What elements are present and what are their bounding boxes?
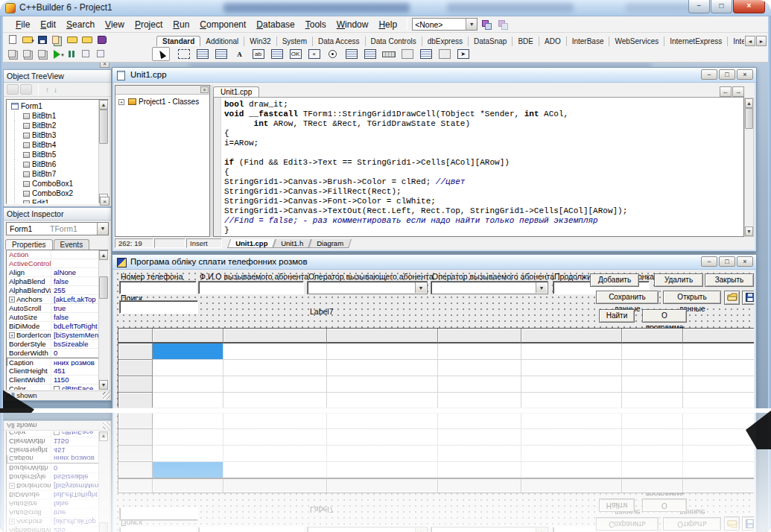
property-row-activecontrol[interactable]: ActiveControl [7, 259, 108, 268]
grid-cell[interactable] [438, 393, 521, 408]
grid-cell[interactable] [521, 393, 622, 408]
scroll-up-icon[interactable]: ▲ [99, 100, 108, 110]
grid-cell[interactable] [223, 360, 327, 376]
grid-cell[interactable] [223, 376, 327, 393]
grid-header-cell[interactable] [438, 329, 521, 343]
run-icon[interactable]: ▼ [51, 48, 65, 60]
combobox-icon[interactable] [361, 47, 379, 61]
tree-item-bitbtn5[interactable]: BitBtn5 [7, 150, 108, 159]
property-row-color[interactable]: ColorclBtnFace [7, 384, 108, 390]
property-row-action[interactable]: Action [7, 250, 108, 259]
menu-item-view[interactable]: View [100, 18, 130, 31]
button-о-программе[interactable]: О программе [642, 309, 687, 323]
grid-cell[interactable] [153, 376, 223, 393]
tree-item-edit1[interactable]: Edit1 [7, 198, 108, 204]
radiobutton-icon[interactable] [323, 47, 342, 61]
menu-item-run[interactable]: Run [168, 18, 194, 31]
scroll-up-icon[interactable]: ▲ [99, 250, 108, 260]
palette-tab-datasnap[interactable]: DataSnap [469, 37, 513, 46]
open-project-icon[interactable] [66, 34, 80, 45]
palette-tab-interbase[interactable]: InterBase [567, 37, 610, 46]
grid-cell[interactable] [622, 360, 683, 376]
open-data-icon-button[interactable] [724, 291, 740, 305]
button-открыть-данные[interactable]: Открыть данные [663, 291, 721, 304]
minimize-button[interactable]: − [701, 256, 717, 267]
grid-header-cell[interactable] [622, 329, 683, 343]
grid-cell[interactable] [521, 376, 622, 393]
tree-item-combobox1[interactable]: ComboBox1 [7, 179, 108, 189]
view-form-icon[interactable] [21, 48, 35, 60]
tree-item-bitbtn1[interactable]: BitBtn1 [7, 111, 108, 121]
desktop-speed-combo[interactable]: <None> ▼ [412, 18, 477, 31]
chevron-down-icon[interactable]: ▼ [97, 223, 108, 235]
palette-tab-internetexpress[interactable]: InternetExpress [664, 37, 728, 46]
grid-cell[interactable] [683, 360, 754, 376]
palette-tab-data-access[interactable]: Data Access [313, 37, 366, 46]
trace-into-icon[interactable] [80, 48, 95, 60]
close-button[interactable]: × [737, 69, 753, 80]
palette-tab-additional[interactable]: Additional [200, 37, 244, 46]
button-сохранить-данные[interactable]: Сохранить данные [596, 291, 659, 304]
button-удалить[interactable]: Удалить [654, 273, 703, 287]
memo-icon[interactable] [267, 47, 286, 61]
grid-cell[interactable] [683, 393, 754, 408]
bottom-tab-unit1-cpp[interactable]: Unit1.cpp [227, 239, 276, 248]
tree-item-bitbtn3[interactable]: BitBtn3 [7, 130, 108, 140]
button-закрыть[interactable]: Закрыть [705, 273, 754, 287]
grid-header-cell[interactable] [153, 329, 223, 343]
view-unit-icon[interactable] [51, 34, 65, 45]
toggle-form-unit-icon[interactable] [36, 48, 50, 60]
step-over-icon[interactable] [95, 48, 110, 60]
palette-tab-standard[interactable]: Standard [156, 36, 200, 46]
maximize-button[interactable]: □ [719, 256, 735, 267]
panel-icon[interactable] [435, 47, 454, 61]
resize-grip[interactable] [103, 392, 110, 399]
inspector-object-selector[interactable]: Form1 TForm1 ▼ [6, 222, 109, 235]
palette-tab-system[interactable]: System [277, 37, 313, 46]
open-file-icon[interactable]: ▼ [21, 34, 35, 45]
button-найти[interactable]: Найти [599, 309, 635, 323]
menu-item-file[interactable]: File [10, 18, 35, 31]
chevron-down-icon[interactable]: ▼ [415, 282, 426, 293]
property-row-align[interactable]: AlignalNone [7, 268, 108, 277]
palette-tab-internet[interactable]: Internet [728, 37, 744, 46]
scrollbar-icon[interactable] [379, 47, 398, 61]
mainmenu-icon[interactable] [193, 47, 212, 61]
menu-item-help[interactable]: Help [373, 18, 402, 31]
chevron-down-icon[interactable]: ▼ [60, 53, 65, 57]
property-row-alphablend[interactable]: AlphaBlendfalse [7, 277, 108, 286]
expand-icon[interactable]: + [118, 99, 124, 105]
property-row-anchors[interactable]: +Anchors[akLeft,akTop [7, 295, 108, 304]
grid-header-cell[interactable] [118, 329, 153, 343]
grid-cell[interactable] [622, 343, 683, 360]
checkbox-icon[interactable]: × [305, 47, 323, 61]
grid-row-header-cell[interactable] [118, 376, 153, 393]
button-добавить[interactable]: Добавить [590, 273, 639, 287]
grid-cell[interactable] [683, 343, 754, 360]
scroll-down-icon[interactable]: ▼ [99, 380, 108, 390]
grid-cell[interactable] [438, 360, 521, 376]
grid-cell[interactable] [521, 343, 622, 360]
project-classes-node[interactable]: + Project1 - Classes [115, 95, 209, 106]
add-to-project-icon[interactable] [80, 34, 95, 45]
tree-item-form1[interactable]: Form1 [7, 101, 108, 111]
treeview-scrollbar[interactable]: ▲ ▼ [98, 100, 108, 203]
bottom-tab-diagram[interactable]: Diagram [308, 239, 352, 248]
popupmenu-icon[interactable] [212, 47, 230, 61]
property-row-autosize[interactable]: AutoSizefalse [7, 313, 108, 322]
grid-cell[interactable] [438, 376, 521, 393]
grid-cell[interactable] [438, 343, 521, 360]
nav-back-icon[interactable]: ← [720, 86, 732, 97]
grid-cell[interactable] [683, 376, 754, 393]
grid-cell[interactable] [327, 360, 438, 376]
menu-item-database[interactable]: Database [251, 18, 299, 31]
minimize-button[interactable]: − [688, 0, 710, 13]
property-row-caption[interactable]: Captionнних розмов [7, 358, 108, 367]
save-data-icon-button[interactable] [742, 291, 754, 305]
close-icon[interactable]: × [200, 86, 209, 93]
grid-header-cell[interactable] [683, 329, 754, 343]
chevron-down-icon[interactable]: ▼ [31, 39, 35, 43]
palette-tab-data-controls[interactable]: Data Controls [366, 37, 422, 46]
grid-cell[interactable] [223, 343, 327, 360]
grid-header-cell[interactable] [521, 329, 622, 343]
